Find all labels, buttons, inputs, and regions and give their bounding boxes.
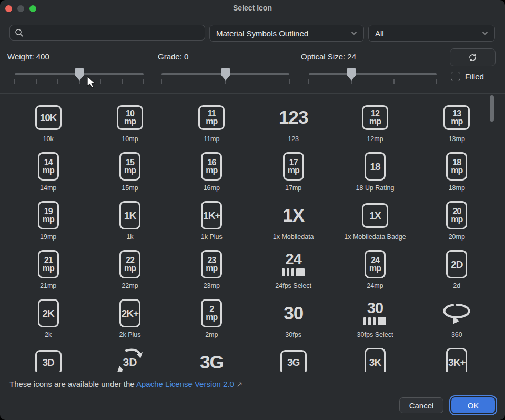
3d-rotation-icon: 3D <box>116 347 144 372</box>
10k-icon: 10K <box>35 102 62 133</box>
icon-label: 15mp <box>122 184 138 192</box>
icon-cell-30fps-select[interactable]: 3030fps Select <box>334 298 416 347</box>
icon-cell-1x-mobiledata-badge[interactable]: 1X1x Mobiledata Badge <box>334 200 416 249</box>
30fps-select-icon: 30 <box>363 298 386 328</box>
icon-cell-123[interactable]: 123123 <box>252 102 334 151</box>
dialog-title: Select Icon <box>0 4 505 12</box>
icon-label: 360 <box>451 331 462 338</box>
icon-cell-16mp[interactable]: 16mp16mp <box>171 151 252 200</box>
19mp-icon: 19mp <box>38 200 59 231</box>
optical-slider-thumb[interactable] <box>346 68 357 81</box>
icon-cell-15mp[interactable]: 15mp15mp <box>89 151 170 200</box>
icon-font-select[interactable]: Material Symbols Outlined <box>209 25 364 42</box>
category-select[interactable]: All <box>368 25 495 42</box>
icon-label: 30fps <box>285 331 301 338</box>
mouse-cursor <box>86 76 98 92</box>
icon-cell-21mp[interactable]: 21mp21mp <box>7 249 89 298</box>
3g-icon: 3G <box>200 347 224 372</box>
icon-cell-17mp[interactable]: 17mp17mp <box>252 151 334 200</box>
23mp-icon: 23mp <box>201 249 222 279</box>
search-input[interactable] <box>9 25 205 41</box>
18mp-icon: 18mp <box>446 151 467 182</box>
weight-label: Weight: 400 <box>7 52 49 61</box>
grid-scrollbar[interactable] <box>490 95 494 122</box>
17mp-icon: 17mp <box>283 151 304 182</box>
category-select-value: All <box>375 29 384 38</box>
search-icon <box>15 28 24 37</box>
icon-cell-10k[interactable]: 10K10k <box>7 102 89 151</box>
icon-cell-20mp[interactable]: 20mp20mp <box>416 200 498 249</box>
chevron-down-icon <box>482 31 488 35</box>
reset-settings-button[interactable] <box>450 48 496 66</box>
icon-cell-3g-badge[interactable]: 3G <box>252 347 334 372</box>
icon-label: 1k <box>126 233 133 241</box>
icon-cell-19mp[interactable]: 19mp19mp <box>7 200 89 249</box>
icon-cell-2d[interactable]: 2D2d <box>416 249 498 298</box>
13mp-icon: 13mp <box>443 102 470 133</box>
2d-icon: 2D <box>446 249 467 279</box>
icon-cell-30fps[interactable]: 3030fps <box>252 298 334 347</box>
15mp-icon: 15mp <box>119 151 140 182</box>
icon-cell-18-up-rating[interactable]: 1818 Up Rating <box>334 151 416 200</box>
icon-cell-1k[interactable]: 1K1k <box>89 200 170 249</box>
icon-cell-1k-plus[interactable]: 1K+1k Plus <box>171 200 252 249</box>
icon-cell-24fps-select[interactable]: 2424fps Select <box>252 249 334 298</box>
icon-label: 13mp <box>449 135 465 143</box>
14mp-icon: 14mp <box>38 151 59 182</box>
optical-slider-tick <box>393 79 395 84</box>
weight-slider-tick <box>36 79 37 84</box>
icon-label: 2mp <box>205 331 218 338</box>
12mp-icon: 12mp <box>362 102 388 133</box>
icon-cell-10mp[interactable]: 10mp10mp <box>89 102 170 151</box>
icon-label: 17mp <box>285 184 301 192</box>
ok-button[interactable]: OK <box>451 397 495 413</box>
filled-checkbox[interactable] <box>451 72 460 81</box>
icon-cell-2mp[interactable]: 2mp2mp <box>171 298 252 347</box>
icon-label: 16mp <box>204 184 220 192</box>
icon-label: 10mp <box>122 135 138 143</box>
24fps-select-icon: 24 <box>282 249 305 279</box>
apache-license-link[interactable]: Apache License Version 2.0 <box>136 379 234 388</box>
icon-cell-2k-plus[interactable]: 2K+2k Plus <box>89 298 170 347</box>
icon-cell-11mp[interactable]: 11mp11mp <box>171 102 252 151</box>
icon-label: 2d <box>453 282 460 289</box>
icon-cell-3k[interactable]: 3K <box>334 347 416 372</box>
grade-slider-tick <box>289 79 290 84</box>
grade-slider-tick <box>161 79 162 84</box>
21mp-icon: 21mp <box>38 249 59 279</box>
10mp-icon: 10mp <box>117 102 143 133</box>
2k-icon: 2K <box>38 298 59 328</box>
icon-label: 12mp <box>367 135 383 143</box>
weight-slider-thumb[interactable] <box>74 68 85 81</box>
30fps-icon: 30 <box>284 298 303 328</box>
icon-cell-23mp[interactable]: 23mp23mp <box>171 249 252 298</box>
icon-cell-3g[interactable]: 3G <box>171 347 252 372</box>
icon-cell-18mp[interactable]: 18mp18mp <box>416 151 498 200</box>
icon-cell-14mp[interactable]: 14mp14mp <box>7 151 89 200</box>
icon-cell-13mp[interactable]: 13mp13mp <box>416 102 498 151</box>
24mp-icon: 24mp <box>365 249 386 279</box>
icon-label: 1x Mobiledata Badge <box>344 233 406 241</box>
grade-slider-thumb[interactable] <box>220 68 231 81</box>
cancel-button[interactable]: Cancel <box>399 397 443 413</box>
icon-cell-12mp[interactable]: 12mp12mp <box>334 102 416 151</box>
license-note: These icons are available under the Apac… <box>9 379 243 388</box>
icon-cell-3k-plus[interactable]: 3K+ <box>416 347 498 372</box>
icon-cell-22mp[interactable]: 22mp22mp <box>89 249 170 298</box>
optical-slider-tick <box>436 79 437 84</box>
2mp-icon: 2mp <box>201 298 222 328</box>
icon-label: 14mp <box>40 184 56 192</box>
icon-cell-3d-rotation[interactable]: 3D <box>89 347 170 372</box>
refresh-icon <box>468 53 478 62</box>
icon-cell-2k[interactable]: 2K2k <box>7 298 89 347</box>
icon-cell-24mp[interactable]: 24mp24mp <box>334 249 416 298</box>
icon-cell-360[interactable]: 360 <box>416 298 498 347</box>
optical-slider-track[interactable] <box>309 73 437 75</box>
icon-cell-3d[interactable]: 3D <box>7 347 89 372</box>
optical-size-label: Optical Size: 24 <box>301 52 356 61</box>
icon-label: 10k <box>43 135 54 143</box>
1k-icon: 1K <box>119 200 140 231</box>
1k-plus-icon: 1K+ <box>201 200 222 231</box>
360-icon <box>442 298 471 328</box>
icon-cell-1x-mobiledata[interactable]: 1X1x Mobiledata <box>252 200 334 249</box>
